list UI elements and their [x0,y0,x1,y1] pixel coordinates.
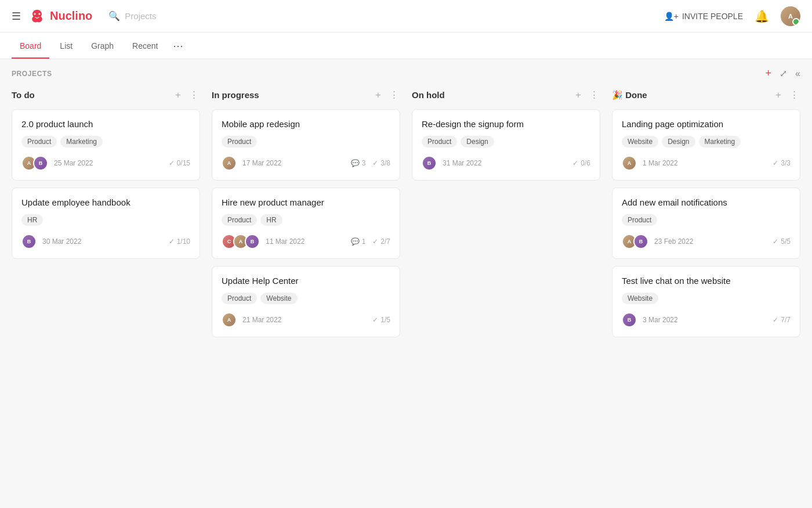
card-tags: HR [21,214,190,226]
card-title: Mobile app redesign [222,119,390,129]
card-avatar: B [21,234,37,249]
card-checklist: ✓ 2/7 [372,237,390,246]
column-actions-onhold: + ⋮ [574,88,600,102]
card-tag[interactable]: Product [422,136,457,147]
card-date: 23 Feb 2022 [654,237,693,246]
card-date: 17 Mar 2022 [242,159,281,167]
hamburger-icon[interactable]: ☰ [12,10,21,23]
kanban-card[interactable]: Re-design the signup formProductDesignB3… [412,109,600,181]
column-header-onhold: On hold + ⋮ [412,88,600,102]
expand-icon[interactable]: ⤢ [780,68,787,79]
column-actions-done: + ⋮ [774,88,800,102]
card-avatars: B [622,312,637,327]
tabs-more-icon[interactable]: ⋯ [168,35,188,57]
tab-graph[interactable]: Graph [83,34,122,59]
column-done: 🎉 Done + ⋮ Landing page optimizationWebs… [612,88,800,344]
search-placeholder: Projects [125,11,156,21]
column-add-button[interactable]: + [374,88,382,102]
card-tag[interactable]: Marketing [699,136,741,147]
column-inprogress: In progress + ⋮ Mobile app redesignProdu… [212,88,400,344]
kanban-card[interactable]: Update employee handbookHRB30 Mar 2022✓ … [12,188,200,259]
topbar: ☰ Nuclino 🔍 Projects 👤+ INVITE PEOPLE 🔔 … [0,0,812,33]
card-footer: B3 Mar 2022✓ 7/7 [622,312,791,327]
kanban-card[interactable]: Test live chat on the websiteWebsiteB3 M… [612,266,800,337]
kanban-card[interactable]: Hire new product managerProductHRCAB11 M… [212,188,400,259]
add-column-button[interactable]: + [766,67,772,80]
card-avatars: AB [21,156,48,171]
column-more-button[interactable]: ⋮ [388,88,400,102]
card-tag[interactable]: Product [622,214,657,226]
card-tag[interactable]: Product [222,214,257,226]
card-tag[interactable]: Design [461,136,494,147]
notification-bell[interactable]: 🔔 [755,9,769,23]
column-more-button[interactable]: ⋮ [188,88,200,102]
card-tag[interactable]: HR [260,214,282,226]
card-tag[interactable]: Product [222,136,257,147]
column-more-button[interactable]: ⋮ [788,88,800,102]
card-avatars: A [222,156,237,171]
card-tag[interactable]: Design [662,136,695,147]
invite-button[interactable]: 👤+ INVITE PEOPLE [664,12,743,21]
card-checklist: ✓ 1/10 [169,237,190,246]
column-actions-inprogress: + ⋮ [374,88,400,102]
check-icon: ✓ [773,237,778,246]
card-footer: A21 Mar 2022✓ 1/5 [222,312,390,327]
card-meta: ✓ 7/7 [773,316,791,324]
card-comments: 💬 3 [351,159,366,167]
card-title: Hire new product manager [222,197,390,207]
card-title: Add new email notifications [622,197,791,207]
logo: Nuclino [28,8,92,24]
card-meta: 💬 1✓ 2/7 [351,237,390,246]
card-footer: AB25 Mar 2022✓ 0/15 [21,156,190,171]
column-header-done: 🎉 Done + ⋮ [612,88,800,102]
column-more-button[interactable]: ⋮ [588,88,600,102]
card-tags: ProductMarketing [21,136,190,147]
card-footer: A17 Mar 2022💬 3✓ 3/8 [222,156,390,171]
kanban-card[interactable]: Landing page optimizationWebsiteDesignMa… [612,109,800,181]
column-add-button[interactable]: + [574,88,582,102]
search-bar[interactable]: 🔍 Projects [108,10,156,21]
card-footer: B31 Mar 2022✓ 0/6 [422,156,590,171]
card-tag[interactable]: Website [622,136,658,147]
card-avatar: B [633,234,648,249]
card-checklist: ✓ 1/5 [372,316,390,324]
board-section-title: PROJECTS [12,70,52,78]
column-add-button[interactable]: + [774,88,782,102]
tab-board[interactable]: Board [12,34,49,59]
card-tag[interactable]: Marketing [60,136,103,147]
board-header: PROJECTS + ⤢ « [12,59,800,88]
column-title-done: 🎉 Done [612,90,647,100]
board-area: PROJECTS + ⤢ « To do + ⋮ 2.0 product lau… [0,59,812,344]
card-date: 25 Mar 2022 [54,159,93,167]
card-tag[interactable]: HR [21,214,43,226]
card-footer: B30 Mar 2022✓ 1/10 [21,234,190,249]
card-title: Update employee handbook [21,197,190,207]
card-footer: AB23 Feb 2022✓ 5/5 [622,234,791,249]
collapse-icon[interactable]: « [795,69,800,79]
kanban-card[interactable]: Add new email notificationsProductAB23 F… [612,188,800,259]
card-tag[interactable]: Website [260,293,297,304]
kanban-card[interactable]: Update Help CenterProductWebsiteA21 Mar … [212,266,400,337]
card-tag[interactable]: Product [21,136,57,147]
tab-list[interactable]: List [52,34,81,59]
column-title-onhold: On hold [412,90,445,100]
card-meta: ✓ 5/5 [773,237,791,246]
card-avatars: B [21,234,37,249]
card-tags: Website [622,293,791,304]
tab-recent[interactable]: Recent [124,34,166,59]
user-avatar[interactable]: A [781,6,800,26]
column-title-inprogress: In progress [212,90,259,100]
card-avatars: A [622,156,637,171]
card-tag[interactable]: Product [222,293,257,304]
kanban-card[interactable]: Mobile app redesignProductA17 Mar 2022💬 … [212,109,400,181]
column-add-button[interactable]: + [174,88,182,102]
card-date: 11 Mar 2022 [266,237,304,246]
topbar-left: ☰ Nuclino 🔍 Projects [12,8,157,24]
column-header-todo: To do + ⋮ [12,88,200,102]
card-meta: ✓ 0/6 [572,159,590,167]
card-footer: A1 Mar 2022✓ 3/3 [622,156,791,171]
kanban-card[interactable]: 2.0 product launchProductMarketingAB25 M… [12,109,200,181]
card-avatar: B [33,156,48,171]
column-onhold: On hold + ⋮ Re-design the signup formPro… [412,88,600,188]
card-tag[interactable]: Website [622,293,658,304]
